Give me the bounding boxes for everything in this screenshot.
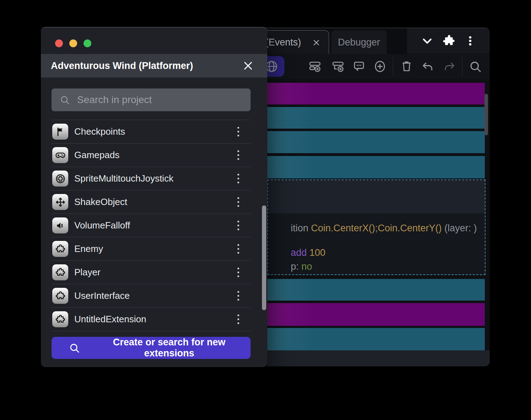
extensions-list: Checkpoints Gamepads SpriteMultitouchJoy… <box>52 120 251 331</box>
puzzle-icon <box>52 241 68 257</box>
modal-header: Adventurous Wind (Platformer) <box>41 54 267 77</box>
kebab-menu-icon[interactable] <box>234 219 243 232</box>
joystick-icon <box>52 171 68 187</box>
list-item-untitledextension[interactable]: UntitledExtension <box>52 307 251 331</box>
add-event-icon[interactable] <box>308 60 322 73</box>
code-text: p: <box>291 261 299 272</box>
event-row-action[interactable] <box>267 303 485 326</box>
code-text: (layer: ) <box>442 223 477 233</box>
gamepad-icon <box>52 147 68 163</box>
undo-icon[interactable] <box>421 60 434 73</box>
extension-name: SpriteMultitouchJoystick <box>74 173 173 184</box>
code-expression: Coin.CenterX() <box>311 223 375 233</box>
kebab-menu-icon[interactable] <box>234 290 243 302</box>
add-comment-icon[interactable] <box>352 60 366 73</box>
add-circle-icon[interactable] <box>373 60 387 73</box>
macos-minimize-button[interactable] <box>69 39 77 47</box>
screen: (Events) Debugger <box>0 0 531 420</box>
tab-events-label: (Events) <box>265 37 301 48</box>
tab-close-icon[interactable] <box>312 38 321 47</box>
kebab-menu-icon[interactable] <box>234 266 243 279</box>
list-item-volumefalloff[interactable]: VolumeFalloff <box>52 214 251 237</box>
project-title: Adventurous Wind (Platformer) <box>51 60 193 71</box>
list-item-userinterface[interactable]: UserInterface <box>52 284 251 307</box>
event-row-condition[interactable] <box>267 107 485 129</box>
create-extension-button-label: Create or search for new extensions <box>90 337 248 359</box>
code-boolean: no <box>299 261 312 272</box>
events-sheet-footer <box>267 350 490 366</box>
event-row-condition[interactable] <box>267 131 485 153</box>
volume-icon <box>52 217 68 233</box>
puzzle-icon <box>52 311 68 327</box>
events-scrollbar[interactable] <box>484 94 488 135</box>
kebab-menu-icon[interactable] <box>234 313 243 326</box>
add-subevent-icon[interactable] <box>331 60 345 73</box>
kebab-menu-icon[interactable] <box>234 149 243 162</box>
modal-scrollbar[interactable] <box>262 205 266 310</box>
redo-icon[interactable] <box>443 60 456 73</box>
selected-event-condition-area <box>268 180 485 213</box>
kebab-menu-icon[interactable] <box>234 125 243 138</box>
toolbar-divider <box>393 57 393 76</box>
event-row-condition[interactable] <box>267 156 485 178</box>
event-row-condition[interactable] <box>267 328 485 350</box>
window-controls-panel <box>407 28 490 54</box>
extension-name: UntitledExtension <box>74 314 146 325</box>
trash-icon[interactable] <box>400 60 413 73</box>
kebab-menu-icon[interactable] <box>464 34 477 48</box>
code-expression: Coin.CenterY() <box>378 223 442 233</box>
chevron-down-icon[interactable] <box>420 34 434 48</box>
close-icon[interactable] <box>242 60 254 71</box>
search-events-icon[interactable] <box>468 60 482 73</box>
extensions-puzzle-icon[interactable] <box>442 34 456 48</box>
event-action-line: p: no <box>269 250 312 283</box>
extension-name: Enemy <box>74 243 103 254</box>
extension-name: ShakeObject <box>74 196 127 208</box>
code-text: ; <box>375 223 378 233</box>
search-icon <box>59 95 70 105</box>
puzzle-icon <box>52 288 68 304</box>
kebab-menu-icon[interactable] <box>234 172 243 185</box>
event-row-action[interactable] <box>267 83 485 104</box>
project-manager-modal: Adventurous Wind (Platformer) Checkpoint… <box>41 27 267 367</box>
list-item-gamepads[interactable]: Gamepads <box>52 143 251 167</box>
macos-zoom-button[interactable] <box>84 39 91 47</box>
puzzle-icon <box>52 264 68 280</box>
search-input[interactable] <box>76 94 234 106</box>
move-arrows-icon <box>52 194 68 210</box>
search-icon <box>69 342 80 354</box>
create-extension-button[interactable]: Create or search for new extensions <box>52 337 251 359</box>
extension-name: Gamepads <box>74 150 119 161</box>
list-item-sprite-multitouch-joystick[interactable]: SpriteMultitouchJoystick <box>52 167 251 190</box>
macos-close-button[interactable] <box>55 39 63 47</box>
flag-icon <box>52 124 68 140</box>
extension-name: Player <box>74 267 101 278</box>
tab-debugger[interactable]: Debugger <box>331 30 387 54</box>
toolbar-divider <box>462 57 462 76</box>
kebab-menu-icon[interactable] <box>234 196 243 209</box>
kebab-menu-icon[interactable] <box>234 243 243 255</box>
list-item-checkpoints[interactable]: Checkpoints <box>52 120 251 143</box>
list-item-enemy[interactable]: Enemy <box>52 237 251 260</box>
extension-name: Checkpoints <box>74 126 125 137</box>
tab-debugger-label: Debugger <box>338 37 380 48</box>
list-item-shakeobject[interactable]: ShakeObject <box>52 190 251 214</box>
list-item-player[interactable]: Player <box>52 260 251 284</box>
event-row-condition[interactable] <box>267 279 485 301</box>
extension-name: UserInterface <box>74 290 130 301</box>
extension-name: VolumeFalloff <box>74 220 130 231</box>
selected-event-block[interactable]: ition Coin.CenterX();Coin.CenterY() (lay… <box>267 179 486 275</box>
project-search-field[interactable] <box>52 88 251 111</box>
code-text: ition <box>291 223 311 233</box>
